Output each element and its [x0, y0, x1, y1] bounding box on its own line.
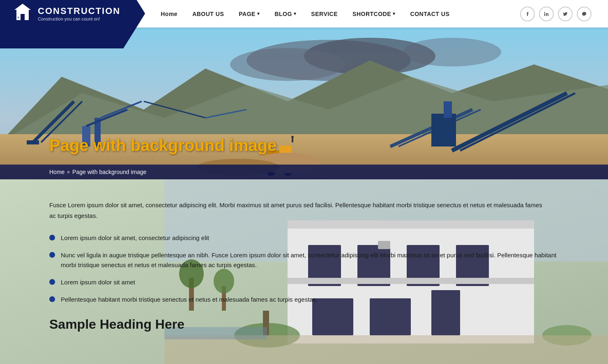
logo-subtitle: Construction you can count on! — [38, 16, 120, 21]
nav-link-home[interactable]: Home — [153, 11, 185, 17]
content-paragraph: Fusce Lorem ipsum dolor sit amet, consec… — [49, 200, 542, 221]
nav-link-about[interactable]: ABOUT US — [185, 11, 231, 17]
twitter-icon[interactable] — [558, 7, 573, 21]
bullet-dot — [49, 252, 55, 258]
svg-point-5 — [544, 11, 545, 12]
nav-link-page[interactable]: PAGE — [231, 11, 267, 17]
navigation: ⚒ CONSTRUCTION Construction you can coun… — [0, 0, 457, 27]
list-item-text: Lorem ipsum dolor sit amet, consectetur … — [61, 233, 209, 243]
nav-link-service[interactable]: SERVICE — [304, 11, 345, 17]
list-item: Nunc vel ligula in augue tristique pelle… — [49, 250, 559, 270]
hero-content: Page with background image — [49, 136, 276, 155]
bullet-dot — [49, 296, 55, 302]
content-overlay: Fusce Lorem ipsum dolor sit amet, consec… — [0, 179, 608, 357]
nav-item-blog[interactable]: BLOG — [267, 11, 304, 17]
nav-item-service[interactable]: SERVICE — [304, 11, 345, 17]
svg-point-9 — [230, 48, 345, 81]
logo-icon: ⚒ — [12, 2, 33, 26]
nav-link-contact[interactable]: CONTACT US — [403, 11, 457, 17]
list-item: Lorem ipsum dolor sit amet — [49, 277, 559, 287]
list-item-text: Lorem ipsum dolor sit amet — [61, 277, 135, 287]
svg-rect-21 — [431, 114, 456, 147]
nav-links: Home ABOUT US PAGE BLOG SERVICE SHORTCOD… — [145, 0, 457, 27]
nav-item-contact[interactable]: CONTACT US — [403, 11, 457, 17]
svg-point-38 — [291, 136, 294, 138]
nav-item-page[interactable]: PAGE — [231, 11, 267, 17]
svg-rect-1 — [21, 14, 25, 20]
content-section: Fusce Lorem ipsum dolor sit amet, consec… — [0, 179, 608, 364]
svg-rect-22 — [444, 101, 452, 118]
logo-text: CONSTRUCTION Construction you can count … — [38, 6, 120, 21]
bullet-list: Lorem ipsum dolor sit amet, consectetur … — [49, 233, 559, 304]
linkedin-icon[interactable] — [539, 7, 554, 21]
nav-link-shortcode[interactable]: SHORTCODE — [345, 11, 403, 17]
svg-rect-37 — [292, 138, 293, 142]
bullet-dot — [49, 235, 55, 240]
nav-item-shortcode[interactable]: SHORTCODE — [345, 11, 403, 17]
sample-heading: Sample Heading Here — [49, 317, 559, 332]
breadcrumb-separator: » — [67, 169, 70, 175]
list-item: Pellentesque habitant morbi tristique se… — [49, 295, 559, 304]
pinterest-icon[interactable] — [577, 7, 592, 21]
logo[interactable]: ⚒ CONSTRUCTION Construction you can coun… — [0, 0, 145, 48]
logo-title: CONSTRUCTION — [38, 6, 120, 16]
header: ⚒ CONSTRUCTION Construction you can coun… — [0, 0, 608, 27]
bullet-dot — [49, 279, 55, 285]
nav-item-home[interactable]: Home — [153, 11, 185, 17]
svg-point-10 — [403, 38, 501, 66]
svg-rect-25 — [279, 146, 292, 154]
hero-section: Page with background image Home » Page w… — [0, 27, 608, 179]
list-item-text: Nunc vel ligula in augue tristique pelle… — [61, 250, 559, 270]
social-icons — [520, 7, 608, 21]
breadcrumb: Home » Page with background image — [0, 165, 608, 179]
breadcrumb-home[interactable]: Home — [49, 169, 64, 175]
facebook-icon[interactable] — [520, 7, 535, 21]
svg-rect-4 — [544, 13, 545, 16]
nav-item-about[interactable]: ABOUT US — [185, 11, 231, 17]
list-item-text: Pellentesque habitant morbi tristique se… — [61, 295, 318, 304]
list-item: Lorem ipsum dolor sit amet, consectetur … — [49, 233, 559, 243]
nav-link-blog[interactable]: BLOG — [267, 11, 304, 17]
svg-rect-16 — [27, 140, 39, 144]
breadcrumb-current: Page with background image — [72, 169, 147, 175]
hero-title: Page with background image — [49, 136, 276, 155]
